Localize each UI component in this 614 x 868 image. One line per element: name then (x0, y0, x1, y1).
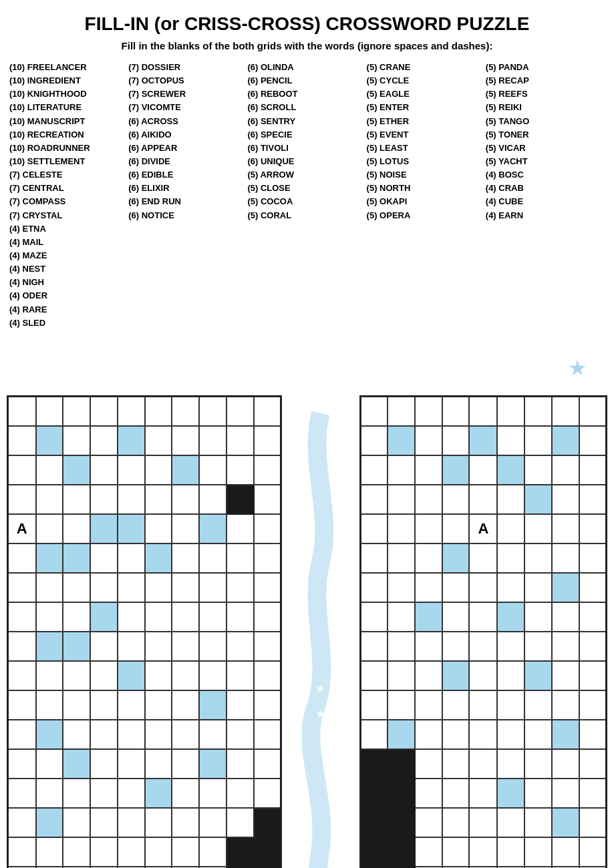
cell[interactable] (415, 426, 442, 455)
cell-accent[interactable] (36, 544, 63, 573)
cell[interactable] (388, 632, 415, 661)
cell[interactable] (469, 632, 497, 661)
cell[interactable] (524, 573, 552, 602)
cell-accent[interactable] (36, 632, 63, 661)
cell[interactable] (552, 661, 579, 690)
cell[interactable] (172, 573, 199, 602)
cell[interactable] (36, 573, 63, 602)
cell[interactable] (254, 661, 281, 690)
cell[interactable] (360, 397, 388, 426)
cell[interactable] (8, 808, 36, 837)
cell[interactable] (199, 779, 226, 808)
cell[interactable] (145, 397, 172, 426)
cell[interactable] (118, 573, 145, 602)
cell[interactable] (90, 690, 118, 720)
cell[interactable] (172, 661, 199, 690)
cell[interactable] (388, 661, 415, 690)
cell-accent[interactable] (90, 602, 118, 632)
cell[interactable] (442, 749, 470, 779)
cell[interactable] (118, 544, 145, 573)
cell[interactable] (497, 661, 524, 690)
cell-accent[interactable] (145, 544, 172, 573)
cell[interactable] (415, 397, 442, 426)
cell[interactable] (63, 837, 90, 867)
cell[interactable] (442, 602, 470, 632)
cell[interactable] (469, 455, 497, 485)
cell[interactable] (254, 455, 281, 485)
cell[interactable] (469, 720, 497, 749)
cell-accent[interactable] (199, 749, 226, 779)
cell[interactable] (524, 690, 552, 720)
cell[interactable] (8, 426, 36, 455)
cell-accent[interactable] (145, 779, 172, 808)
cell[interactable] (254, 426, 281, 455)
cell[interactable] (254, 632, 281, 661)
cell[interactable] (254, 485, 281, 514)
cell[interactable] (254, 514, 281, 544)
cell[interactable] (172, 426, 199, 455)
cell[interactable] (8, 779, 36, 808)
cell[interactable] (497, 749, 524, 779)
cell[interactable] (90, 573, 118, 602)
cell[interactable] (172, 602, 199, 632)
cell[interactable] (118, 632, 145, 661)
cell[interactable] (8, 397, 36, 426)
cell[interactable] (36, 455, 63, 485)
cell[interactable] (497, 514, 524, 544)
cell[interactable] (90, 397, 118, 426)
cell[interactable] (63, 779, 90, 808)
cell[interactable] (579, 720, 607, 749)
cell[interactable] (199, 837, 226, 867)
cell[interactable] (524, 837, 552, 867)
cell[interactable] (8, 602, 36, 632)
cell[interactable] (36, 690, 63, 720)
cell[interactable] (199, 573, 226, 602)
cell[interactable] (36, 661, 63, 690)
cell[interactable] (90, 720, 118, 749)
cell[interactable] (199, 455, 226, 485)
cell[interactable] (469, 573, 497, 602)
cell[interactable] (172, 514, 199, 544)
cell[interactable] (145, 632, 172, 661)
cell[interactable] (254, 690, 281, 720)
cell[interactable] (388, 573, 415, 602)
cell[interactable] (469, 397, 497, 426)
cell[interactable] (145, 661, 172, 690)
cell[interactable] (415, 544, 442, 573)
cell[interactable] (360, 573, 388, 602)
cell-accent[interactable] (497, 779, 524, 808)
cell[interactable] (90, 455, 118, 485)
cell[interactable] (199, 808, 226, 837)
cell[interactable] (579, 602, 607, 632)
cell[interactable] (415, 661, 442, 690)
cell[interactable] (497, 690, 524, 720)
cell[interactable] (226, 397, 254, 426)
cell[interactable] (90, 837, 118, 867)
cell[interactable] (579, 749, 607, 779)
cell[interactable] (63, 602, 90, 632)
cell[interactable] (415, 573, 442, 602)
cell[interactable] (199, 632, 226, 661)
cell-accent[interactable] (36, 426, 63, 455)
cell[interactable] (579, 426, 607, 455)
cell[interactable] (145, 720, 172, 749)
cell[interactable] (118, 485, 145, 514)
cell[interactable] (469, 779, 497, 808)
cell[interactable] (118, 397, 145, 426)
cell[interactable] (254, 749, 281, 779)
cell[interactable] (118, 602, 145, 632)
cell[interactable] (199, 485, 226, 514)
cell[interactable] (145, 808, 172, 837)
cell[interactable] (90, 779, 118, 808)
cell[interactable] (552, 544, 579, 573)
cell[interactable] (36, 602, 63, 632)
cell-accent[interactable] (36, 720, 63, 749)
cell[interactable] (469, 602, 497, 632)
cell[interactable] (172, 837, 199, 867)
cell[interactable] (469, 837, 497, 867)
cell[interactable] (145, 485, 172, 514)
cell[interactable] (524, 397, 552, 426)
cell[interactable] (552, 779, 579, 808)
cell[interactable] (442, 514, 470, 544)
cell[interactable]: A (469, 514, 497, 544)
